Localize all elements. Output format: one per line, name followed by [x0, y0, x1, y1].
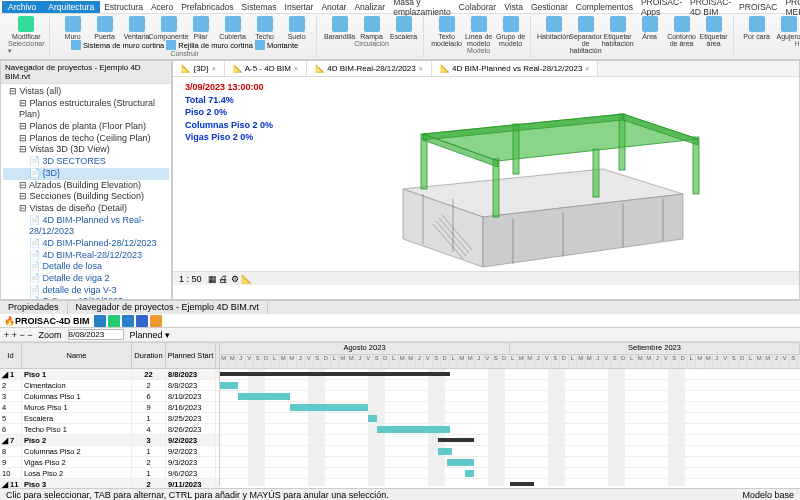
- ribbon-btn[interactable]: Escalera: [389, 16, 419, 40]
- menu-item[interactable]: Gestionar: [527, 2, 572, 12]
- close-icon[interactable]: ×: [294, 65, 298, 72]
- menu-active-tab[interactable]: Arquitectura: [42, 1, 100, 13]
- table-row[interactable]: 5Escalera18/25/2023: [0, 413, 219, 424]
- ribbon-btn[interactable]: Techo: [250, 16, 280, 40]
- project-browser[interactable]: Navegador de proyectos - Ejemplo 4D BIM.…: [0, 60, 172, 300]
- gantt-row: [220, 457, 800, 468]
- menu-item[interactable]: PROISAC-Apps: [637, 0, 686, 17]
- view-tab[interactable]: 📐 {3D} ×: [173, 61, 225, 76]
- ribbon-btn[interactable]: Montante: [255, 40, 298, 50]
- view-tab[interactable]: 📐 A-5 - 4D BIM ×: [225, 61, 307, 76]
- tree-node[interactable]: 📄 {3D}: [3, 168, 169, 180]
- ribbon-btn[interactable]: Rejilla de muro cortina: [166, 40, 253, 50]
- tab-properties[interactable]: Propiedades: [0, 301, 68, 314]
- svg-rect-16: [619, 114, 625, 170]
- ribbon-btn[interactable]: Línea de modelo: [464, 16, 494, 47]
- menu-file[interactable]: Archivo: [2, 1, 42, 13]
- view-tab[interactable]: 📐 4D BIM-Real-28/12/2023 ×: [307, 61, 432, 76]
- menu-item[interactable]: PROISAC-MEP: [781, 0, 800, 17]
- table-row[interactable]: 4Muros Piso 198/16/2023: [0, 402, 219, 413]
- ribbon-btn[interactable]: Muro: [58, 16, 88, 40]
- menu-item[interactable]: Masa y emplazamiento: [389, 0, 455, 17]
- tree-node[interactable]: ⊟ Secciones (Building Section): [3, 191, 169, 203]
- view-tab[interactable]: 📐 4D BIM-Planned vs Real-28/12/2023 ×: [432, 61, 599, 76]
- date-input[interactable]: [68, 329, 124, 340]
- ribbon-btn[interactable]: Grupo de modelo: [496, 16, 526, 47]
- gantt-chart[interactable]: Id Name Duration Planned Start ◢ 1Piso 1…: [0, 342, 800, 486]
- browser-bottom-tabs[interactable]: Propiedades Navegador de proyectos - Eje…: [0, 300, 800, 314]
- tree-node[interactable]: ⊟ Planos de techo (Ceiling Plan): [3, 133, 169, 145]
- table-row[interactable]: ◢ 1Piso 1228/8/2023: [0, 369, 219, 380]
- ribbon-btn[interactable]: Contorno de área: [667, 16, 697, 54]
- tree-node[interactable]: 📄 4D BIM-Planned vs Real-28/12/2023: [3, 215, 169, 238]
- viewport[interactable]: 📐 {3D} ×📐 A-5 - 4D BIM ×📐 4D BIM-Real-28…: [172, 60, 800, 300]
- ribbon-btn[interactable]: Rampa: [357, 16, 387, 40]
- tree-node[interactable]: 📄 Detalle de viga 2: [3, 273, 169, 285]
- ribbon-btn[interactable]: Etiquetar área: [699, 16, 729, 54]
- table-row[interactable]: 3Columnas Piso 168/10/2023: [0, 391, 219, 402]
- ribbon-btn[interactable]: Cubierta: [218, 16, 248, 40]
- table-row[interactable]: 8Columnas Piso 219/2/2023: [0, 446, 219, 457]
- tree-node[interactable]: ⊟ Vistas 3D (3D View): [3, 144, 169, 156]
- tree-node[interactable]: 📄 S-Curve 13/09/2023: [3, 296, 169, 300]
- table-row[interactable]: ◢ 7Piso 239/2/2023: [0, 435, 219, 446]
- tree-node[interactable]: 📄 4D BIM-Planned-28/12/2023: [3, 238, 169, 250]
- tree-node[interactable]: 📄 3D SECTORES: [3, 156, 169, 168]
- table-row[interactable]: 10Losa Piso 219/6/2023: [0, 468, 219, 479]
- gantt-row: [220, 369, 800, 380]
- playback-controls[interactable]: [94, 315, 162, 327]
- menu-item[interactable]: Prefabricados: [177, 2, 237, 12]
- tab-browser[interactable]: Navegador de proyectos - Ejemplo 4D BIM.…: [68, 301, 269, 314]
- next-button[interactable]: [122, 315, 134, 327]
- tree-node[interactable]: ⊟ Alzados (Building Elevation): [3, 180, 169, 192]
- tree-node[interactable]: 📄 Detalle de losa: [3, 261, 169, 273]
- prev-button[interactable]: [94, 315, 106, 327]
- ribbon-btn[interactable]: Puerta: [90, 16, 120, 40]
- ribbon-btn[interactable]: Suelo: [282, 16, 312, 40]
- tree-node[interactable]: 📄 4D BIM-Real-28/12/2023: [3, 250, 169, 262]
- ribbon-btn[interactable]: Pilar: [186, 16, 216, 40]
- menu-item[interactable]: Estructura: [100, 2, 147, 12]
- tree-node[interactable]: ⊟ Vistas de diseño (Detail): [3, 203, 169, 215]
- tree-node[interactable]: ⊟ Vistas (all): [3, 86, 169, 98]
- modify-button[interactable]: Modificar: [11, 16, 41, 40]
- gantt-row: [220, 446, 800, 457]
- close-icon[interactable]: ×: [585, 65, 589, 72]
- menu-item[interactable]: Anotar: [317, 2, 350, 12]
- ribbon-btn[interactable]: Texto modelado: [432, 16, 462, 47]
- ribbon-btn[interactable]: Sistema de muro cortina: [71, 40, 164, 50]
- ribbon-btn[interactable]: Componente: [154, 16, 184, 40]
- planned-dropdown[interactable]: Planned ▾: [130, 330, 171, 340]
- close-icon[interactable]: ×: [419, 65, 423, 72]
- tree-node[interactable]: ⊟ Planos de planta (Floor Plan): [3, 121, 169, 133]
- gantt-row: [220, 391, 800, 402]
- ribbon-btn[interactable]: Por cara: [742, 16, 772, 40]
- ribbon-btn[interactable]: Separador de habitación: [571, 16, 601, 54]
- menu-item[interactable]: Acero: [147, 2, 177, 12]
- menu-item[interactable]: Vista: [500, 2, 527, 12]
- menu-item[interactable]: Colaborar: [455, 2, 500, 12]
- tree-node[interactable]: ⊟ Planos estructurales (Structural Plan): [3, 98, 169, 121]
- table-row[interactable]: 2Cimentacion28/8/2023: [0, 380, 219, 391]
- svg-rect-14: [421, 134, 427, 189]
- close-icon[interactable]: ×: [212, 65, 216, 72]
- stop-button[interactable]: [136, 315, 148, 327]
- ribbon-btn[interactable]: Área: [635, 16, 665, 54]
- ribbon-btn[interactable]: Barandilla: [325, 16, 355, 40]
- menu-item[interactable]: Sistemas: [238, 2, 281, 12]
- ribbon-btn[interactable]: Etiquetar habitación: [603, 16, 633, 54]
- play-button[interactable]: [108, 315, 120, 327]
- menu-item[interactable]: PROISAC: [735, 2, 781, 12]
- 3d-canvas[interactable]: 3/09/2023 13:00:00 Total 71.4%Piso 2 0%C…: [173, 77, 799, 285]
- menu-item[interactable]: PROISAC-4D BIM: [686, 0, 735, 17]
- refresh-button[interactable]: [150, 315, 162, 327]
- menu-item[interactable]: Analizar: [350, 2, 389, 12]
- table-row[interactable]: 9Vigas Piso 229/3/2023: [0, 457, 219, 468]
- menu-item[interactable]: Insertar: [281, 2, 318, 12]
- menu-item[interactable]: Complementos: [572, 2, 637, 12]
- table-row[interactable]: 6Techo Piso 148/26/2023: [0, 424, 219, 435]
- ribbon-btn[interactable]: Agujero: [774, 16, 800, 40]
- ribbon-btn[interactable]: Habitación: [539, 16, 569, 54]
- ribbon-btn[interactable]: Ventana: [122, 16, 152, 40]
- tree-node[interactable]: 📄 detalle de viga V-3: [3, 285, 169, 297]
